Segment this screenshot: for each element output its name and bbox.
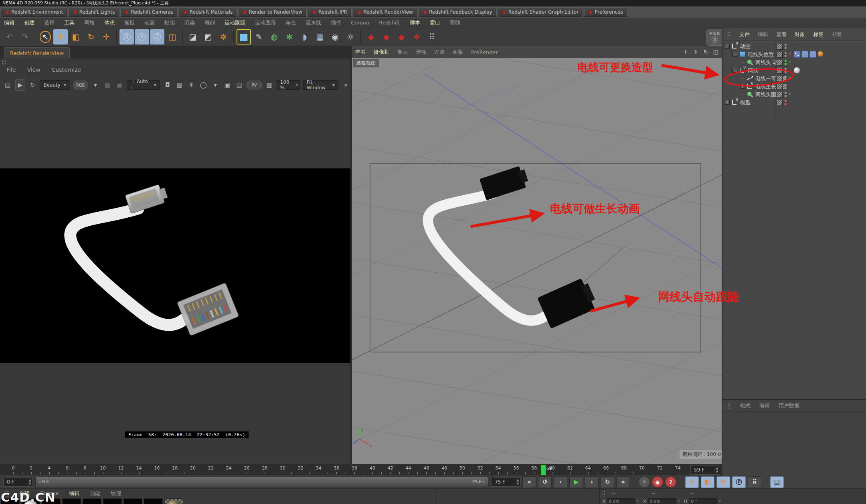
- material-cluster-icon[interactable]: ❖: [409, 29, 424, 45]
- renderview-menu-View[interactable]: View: [27, 67, 40, 73]
- zoom-spinner[interactable]: 100 %⇕: [277, 80, 300, 90]
- visibility-dots-icon[interactable]: [785, 76, 787, 78]
- keyframe-parameter-button[interactable]: Ⓟ: [732, 476, 746, 488]
- tab-redshift-renderview[interactable]: Redshift RenderView: [4, 47, 70, 59]
- timeline-ruler[interactable]: 0246810121416182022242628303234363840424…: [0, 464, 722, 475]
- rotate-view-icon[interactable]: ↻: [701, 47, 710, 56]
- visibility-dots-icon[interactable]: [785, 52, 787, 54]
- menu-选择[interactable]: 选择: [44, 19, 55, 26]
- tree-expand-icon[interactable]: −: [725, 44, 730, 49]
- redshift-menu-redshift-cameras[interactable]: ◆Redshift Cameras: [120, 7, 178, 17]
- timeline-playhead[interactable]: [541, 465, 546, 475]
- menu-Redshift[interactable]: Redshift: [379, 20, 400, 26]
- abort-render-icon[interactable]: ▤: [3, 80, 12, 90]
- crop-region-icon[interactable]: ▣: [115, 80, 124, 90]
- object-manager-menu-编辑[interactable]: 编辑: [758, 31, 768, 38]
- menu-编辑[interactable]: 编辑: [4, 19, 14, 26]
- ball-tag-icon[interactable]: [817, 51, 824, 57]
- redshift-menu-redshift-lights[interactable]: ◆Redshift Lights: [69, 7, 119, 17]
- layer-square-icon[interactable]: [777, 52, 783, 58]
- go-to-start-button[interactable]: «: [522, 476, 536, 488]
- panel-grip-icon[interactable]: [602, 491, 606, 496]
- x-axis-lock-icon[interactable]: Ⓧ: [119, 29, 134, 45]
- attribute-manager-menu-编辑[interactable]: 编辑: [759, 402, 770, 409]
- autokey-help-button[interactable]: ?: [665, 476, 676, 488]
- previous-key-button[interactable]: ↺: [538, 476, 552, 488]
- spinner-arrows-icon[interactable]: ▲▼: [27, 478, 32, 486]
- coordinate-system-icon[interactable]: ◫: [165, 29, 180, 45]
- visibility-dots-icon[interactable]: [785, 84, 787, 86]
- visibility-dots-icon[interactable]: [785, 92, 787, 94]
- record-keyframe-button[interactable]: ◉: [652, 476, 663, 488]
- preview-range-slider[interactable]: ‹ 0 F 75 F ›: [35, 477, 488, 487]
- redshift-menu-redshift-environment[interactable]: ◆Redshift Environment: [1, 7, 67, 17]
- menu-创建[interactable]: 创建: [24, 19, 34, 26]
- hierarchy-icon[interactable]: ⠿: [425, 29, 439, 45]
- tree-item-网线头 动态[interactable]: 网线头 动态✓: [722, 58, 866, 66]
- material-manager-menu-纹理[interactable]: 纹理: [111, 490, 121, 497]
- add-cube-icon[interactable]: ■: [237, 29, 251, 45]
- z-axis-lock-icon[interactable]: Ⓩ: [150, 29, 164, 45]
- material-thumbnail-4[interactable]: [62, 498, 81, 504]
- tree-item-电线头位置[interactable]: −电线头位置✗: [722, 50, 866, 58]
- view-label[interactable]: 透视视图: [353, 59, 379, 67]
- coordinate-input[interactable]: 0 °: [689, 498, 717, 504]
- undo-icon[interactable]: ↶: [2, 29, 17, 45]
- material-thumbnail-8[interactable]: [144, 498, 163, 504]
- enable-state-icon[interactable]: ✓: [788, 91, 792, 97]
- lock-icon[interactable]: ◘: [163, 80, 172, 90]
- attribute-manager-menu-用户数据[interactable]: 用户数据: [779, 402, 799, 409]
- menu-帮助[interactable]: 帮助: [450, 19, 460, 26]
- blue-tag-icon[interactable]: [809, 51, 816, 58]
- overflow-icon[interactable]: »: [341, 80, 350, 90]
- pixel-inspect-icon[interactable]: ▩: [103, 80, 112, 90]
- tree-item-电线一可更换[interactable]: 电线一可更换✓: [722, 74, 866, 82]
- tree-expand-icon[interactable]: −: [732, 52, 737, 57]
- zoom-view-icon[interactable]: ⇕: [691, 47, 700, 56]
- pv-button[interactable]: PV: [247, 81, 262, 89]
- passes-dropdown[interactable]: Beauty▼: [40, 80, 70, 90]
- region-auto-dropdown[interactable]: 〈 Auto 〉▼: [127, 80, 160, 90]
- layer-square-icon[interactable]: [777, 100, 783, 106]
- redshift-menu-redshift-materials[interactable]: ◆Redshift Materials: [179, 7, 237, 17]
- coordinate-input[interactable]: 0 cm: [607, 498, 635, 504]
- snowflake-icon[interactable]: ✳: [187, 80, 196, 90]
- cable-connector-top[interactable]: [480, 165, 530, 200]
- material-manager-menu-功能[interactable]: 功能: [90, 490, 100, 497]
- rotate-tool-icon[interactable]: ↻: [84, 29, 98, 45]
- bucket-grid-icon[interactable]: ▦: [175, 80, 184, 90]
- menu-工具[interactable]: 工具: [64, 19, 75, 26]
- menu-运动跟踪[interactable]: 运动跟踪: [225, 19, 245, 26]
- pen-spline-icon[interactable]: ✎: [252, 29, 266, 45]
- menu-捕捉[interactable]: 捕捉: [124, 19, 135, 26]
- tree-item-动画[interactable]: −动画: [722, 42, 866, 50]
- snapshot-add-icon[interactable]: ▤: [235, 80, 244, 90]
- viewport-menu-选项[interactable]: 选项: [416, 49, 426, 56]
- redo-icon[interactable]: ↷: [18, 29, 32, 45]
- attribute-manager-menu-模式[interactable]: 模式: [740, 402, 751, 409]
- menu-网格[interactable]: 网格: [84, 19, 95, 26]
- next-frame-button[interactable]: ›: [585, 476, 599, 488]
- menu-Corona[interactable]: Corona: [351, 20, 369, 26]
- material-thumbnail-6[interactable]: [103, 498, 122, 504]
- material-thumbnail-5[interactable]: [83, 498, 101, 504]
- deformer-icon[interactable]: ◗: [297, 29, 312, 45]
- redshift-menu-preferences[interactable]: ◆Preferences: [584, 7, 627, 17]
- layer-square-icon[interactable]: [777, 92, 783, 98]
- live-selection-icon[interactable]: ↖: [38, 29, 53, 45]
- enable-state-icon[interactable]: ✓: [788, 75, 792, 81]
- menu-雕刻[interactable]: 雕刻: [204, 19, 215, 26]
- viewport-menu-ProRender[interactable]: ProRender: [471, 49, 498, 55]
- ipr-play-icon[interactable]: ▶: [15, 79, 25, 91]
- channel-arrow-icon[interactable]: ▾: [91, 80, 100, 90]
- viewport-menu-查看[interactable]: 查看: [355, 49, 366, 56]
- viewport-menu-过滤[interactable]: 过滤: [434, 49, 445, 56]
- redshift-gem-icon-1[interactable]: ◆: [364, 29, 378, 45]
- perspective-viewport[interactable]: y x z 查看摄像机显示选项过滤面板ProRender ✛⇕↻◫ 透视视图 网…: [352, 46, 722, 464]
- object-manager-menu-书签[interactable]: 书签: [832, 31, 842, 38]
- redshift-menu-redshift-feedback-display[interactable]: ◆Redshift Feedback Display: [419, 7, 497, 17]
- keyframe-selection-button[interactable]: ⠿: [748, 476, 761, 488]
- psr-coordinates-button[interactable]: PSR 0: [706, 29, 723, 46]
- redshift-gem-icon-2[interactable]: ◆: [379, 29, 393, 45]
- object-manager-menu-查看[interactable]: 查看: [776, 31, 787, 38]
